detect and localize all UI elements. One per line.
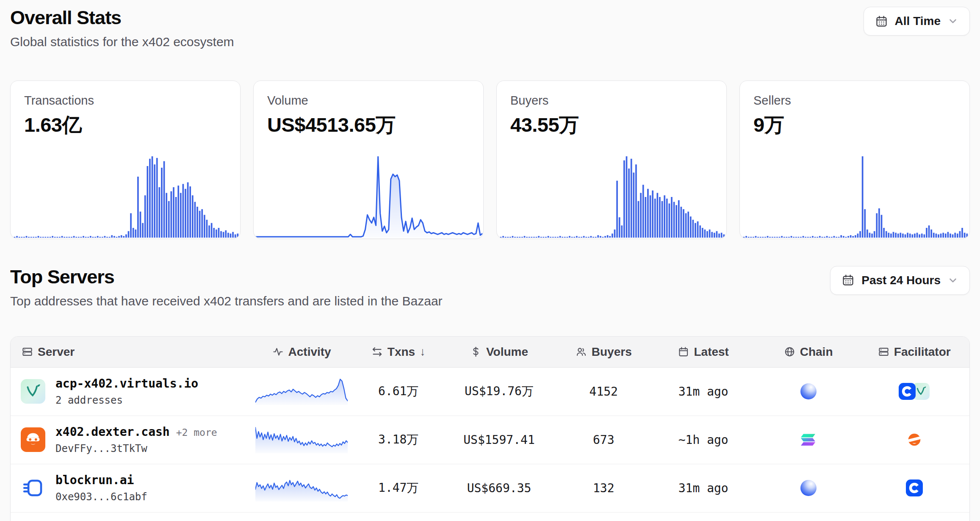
buyers-cell: 132 (558, 481, 649, 495)
server-addresses: 2 addresses (55, 394, 198, 406)
calendar-icon (842, 274, 855, 287)
chevron-down-icon (947, 275, 958, 286)
sort-desc-icon[interactable]: ↓ (420, 345, 426, 358)
buyers-cell: 673 (558, 433, 649, 447)
dexter-facilitator-icon (906, 432, 922, 448)
col-header-server[interactable]: Server (11, 345, 246, 359)
stat-value: 43.55万 (510, 112, 713, 139)
swap-arrows-icon (371, 346, 383, 357)
col-header-latest[interactable]: Latest (649, 345, 758, 359)
server-row-partial[interactable] (11, 513, 969, 521)
server-addresses: DevFFy...3tTkTw (55, 443, 217, 454)
server-icon (22, 346, 33, 357)
activity-sparkline (255, 474, 348, 502)
stat-card-transactions: Transactions 1.63亿 (10, 80, 241, 239)
x402-stats-dashboard: Overall Stats Global statistics for the … (0, 0, 980, 521)
top-servers-range-label: Past 24 Hours (861, 274, 941, 287)
top-servers-range-dropdown[interactable]: Past 24 Hours (830, 266, 970, 295)
volume-cell: US$669.35 (440, 481, 558, 495)
base-chain-icon (800, 480, 817, 496)
server-name[interactable]: blockrun.ai (55, 473, 134, 487)
server-icon (878, 346, 889, 357)
col-label: Latest (694, 345, 728, 359)
stat-label: Volume (267, 94, 470, 108)
latest-cell: 31m ago (649, 481, 758, 495)
top-servers-subtitle: Top addresses that have received x402 tr… (10, 294, 443, 308)
stat-card-volume: Volume US$4513.65万 (253, 80, 484, 239)
server-name[interactable]: acp-x402.virtuals.io (55, 377, 198, 391)
col-label: Volume (486, 345, 528, 359)
dollar-icon (470, 346, 482, 357)
txns-cell: 3.18万 (357, 432, 440, 448)
latest-cell: 31m ago (649, 385, 758, 399)
stat-card-buyers: Buyers 43.55万 (496, 80, 727, 239)
volume-cell: US$19.76万 (440, 383, 558, 399)
base-chain-icon (800, 383, 817, 399)
top-servers-section: Top Servers Top addresses that have rece… (10, 266, 970, 521)
volume-trend-chart (255, 156, 482, 238)
sellers-trend-chart (741, 156, 969, 238)
server-row-acp-x402-virtuals[interactable]: acp-x402.virtuals.io 2 addresses 6.61万 U… (11, 368, 969, 416)
server-name-suffix: +2 more (176, 427, 217, 438)
col-header-volume[interactable]: Volume (440, 345, 558, 359)
col-label: Txns (388, 345, 415, 359)
server-addresses: 0xe903...6c1abf (55, 491, 147, 503)
stat-cards: Transactions 1.63亿 Volume US$4513.65万 Bu… (10, 80, 970, 239)
latest-cell: ~1h ago (649, 433, 758, 447)
stat-value: US$4513.65万 (267, 112, 470, 139)
col-label: Chain (800, 345, 833, 359)
blockrun-server-logo (21, 476, 45, 500)
server-row-blockrun-ai[interactable]: blockrun.ai 0xe903...6c1abf 1.47万 US$669… (11, 464, 969, 513)
activity-sparkline (255, 426, 348, 453)
facilitator-icons (899, 383, 930, 400)
page-subtitle: Global statistics for the x402 ecosystem (10, 35, 234, 49)
col-label: Activity (288, 345, 331, 359)
stat-label: Transactions (24, 94, 227, 108)
solana-chain-icon (801, 434, 816, 446)
dexter-server-logo (21, 427, 45, 452)
calendar-icon (678, 346, 689, 357)
txns-cell: 1.47万 (357, 480, 440, 496)
stat-value: 9万 (753, 112, 956, 139)
col-label: Facilitator (894, 345, 951, 359)
txns-cell: 6.61万 (357, 383, 440, 399)
col-header-buyers[interactable]: Buyers (558, 345, 649, 359)
buyers-trend-chart (498, 156, 725, 238)
overall-stats-section: Overall Stats Global statistics for the … (10, 7, 970, 239)
col-label: Buyers (592, 345, 632, 359)
cdp-facilitator-icon (899, 383, 916, 400)
activity-icon (272, 346, 284, 357)
server-name[interactable]: x402.dexter.cash (55, 425, 170, 439)
col-header-activity[interactable]: Activity (246, 345, 357, 359)
overall-range-dropdown[interactable]: All Time (864, 7, 970, 36)
activity-sparkline (255, 378, 348, 405)
top-servers-table: Server Activity Txns (10, 336, 970, 521)
virtuals-server-logo (21, 379, 45, 404)
cdp-facilitator-icon (906, 479, 923, 496)
stat-value: 1.63亿 (24, 112, 227, 139)
stat-card-sellers: Sellers 9万 (739, 80, 970, 239)
col-header-txns[interactable]: Txns ↓ (357, 345, 440, 359)
col-label: Server (38, 345, 75, 359)
stat-label: Buyers (510, 94, 713, 108)
chevron-down-icon (947, 16, 958, 27)
facilitator-icons (906, 479, 923, 496)
top-servers-header: Top Servers Top addresses that have rece… (10, 266, 443, 308)
page-title: Overall Stats (10, 7, 234, 29)
globe-icon (784, 346, 795, 357)
server-row-x402-dexter-cash[interactable]: x402.dexter.cash +2 more DevFFy...3tTkTw… (11, 416, 969, 464)
calendar-icon (875, 15, 888, 28)
top-servers-title: Top Servers (10, 266, 443, 288)
server-identity: blockrun.ai 0xe903...6c1abf (55, 473, 147, 503)
col-header-chain[interactable]: Chain (758, 345, 859, 359)
col-header-facilitator[interactable]: Facilitator (859, 345, 969, 359)
transactions-trend-chart (11, 156, 239, 238)
buyers-cell: 4152 (558, 385, 649, 399)
facilitator-icons (906, 432, 922, 448)
server-identity: acp-x402.virtuals.io 2 addresses (55, 377, 198, 406)
stat-label: Sellers (753, 94, 956, 108)
overall-stats-header: Overall Stats Global statistics for the … (10, 7, 234, 49)
overall-range-label: All Time (895, 14, 941, 28)
table-header-row: Server Activity Txns (11, 337, 969, 368)
users-icon (576, 346, 587, 357)
